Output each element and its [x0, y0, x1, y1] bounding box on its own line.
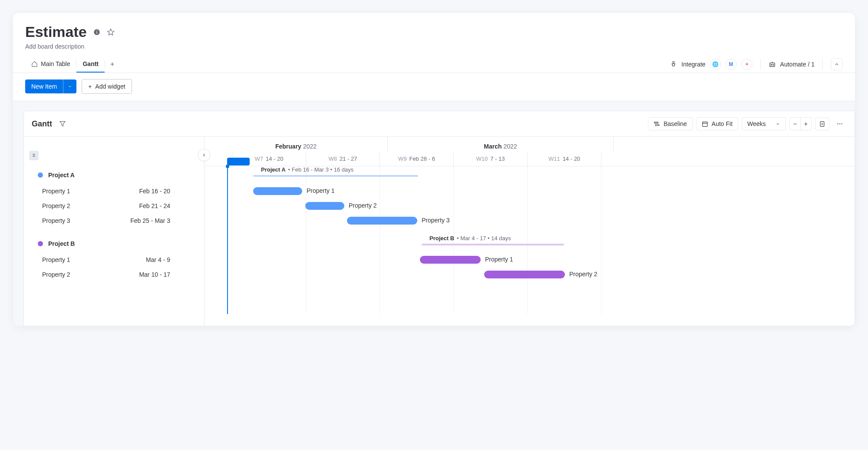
view-tabs-row: Main Table Gantt + Integrate 🌐 M ✦ [13, 56, 855, 73]
info-icon[interactable] [93, 28, 101, 36]
task-name: Property 3 [42, 217, 70, 224]
star-icon[interactable] [107, 28, 115, 36]
timeline-header: February2022March2022 W714 - 20W821 - 27… [205, 137, 855, 166]
today-marker [227, 166, 228, 314]
zoom-out-button[interactable]: − [789, 117, 800, 130]
add-widget-label: Add widget [95, 83, 125, 90]
task-bar[interactable] [347, 217, 417, 225]
baseline-button[interactable]: Baseline [648, 117, 693, 130]
tab-main-table-label: Main Table [41, 60, 70, 67]
collapse-all-button[interactable] [29, 151, 39, 160]
task-name: Property 1 [42, 188, 70, 195]
filter-icon[interactable] [59, 120, 66, 127]
tab-gantt-label: Gantt [83, 60, 99, 67]
svg-rect-1 [96, 31, 97, 33]
divider [822, 59, 823, 70]
gantt-toolbar: Gantt Baseline Auto Fit Weeks [24, 111, 855, 137]
group-color-dot [38, 172, 43, 178]
task-name: Property 2 [42, 202, 70, 209]
week-header: W821 - 27 [306, 152, 380, 166]
group-color-dot [38, 241, 43, 246]
gantt-card: Gantt Baseline Auto Fit Weeks [23, 111, 855, 326]
task-dates: Mar 10 - 17 [139, 271, 170, 278]
integration-app-icon-3: ✦ [741, 59, 752, 70]
svg-rect-8 [654, 122, 658, 123]
svg-rect-10 [703, 122, 707, 126]
task-name: Property 1 [42, 256, 70, 263]
task-bar[interactable] [484, 271, 565, 278]
group-header[interactable]: Project B [24, 235, 204, 252]
week-header: W9Feb 28 - 6 [380, 152, 454, 166]
chevron-down-icon [776, 122, 780, 126]
task-row[interactable]: Property 2Mar 10 - 17 [24, 267, 204, 282]
svg-rect-9 [656, 124, 660, 126]
week-header: W107 - 13 [454, 152, 528, 166]
zoom-in-button[interactable]: + [800, 117, 812, 130]
action-bar: New Item + Add widget [13, 73, 855, 101]
group-summary-label: Project B• Mar 4 - 17 • 14 days [429, 235, 511, 242]
svg-point-6 [772, 64, 773, 65]
task-row[interactable]: Property 3Feb 25 - Mar 3 [24, 213, 204, 228]
scale-label: Weeks [747, 120, 766, 127]
board-description[interactable]: Add board description [25, 43, 843, 50]
svg-marker-7 [60, 122, 65, 126]
divider [760, 59, 761, 70]
collapse-header-button[interactable] [831, 58, 843, 70]
task-row[interactable]: Property 1Mar 4 - 9 [24, 252, 204, 267]
tab-main-table[interactable]: Main Table [25, 56, 76, 73]
task-dates: Feb 25 - Mar 3 [130, 217, 170, 224]
integration-app-icon-1: 🌐 [710, 59, 721, 70]
task-bar[interactable] [420, 256, 481, 264]
task-bar[interactable] [253, 187, 302, 195]
group-header[interactable]: Project A [24, 166, 204, 184]
svg-rect-4 [769, 63, 774, 66]
group-summary-bar[interactable] [253, 175, 418, 177]
task-dates: Feb 16 - 20 [139, 188, 170, 195]
new-item-label: New Item [25, 79, 63, 93]
new-item-button[interactable]: New Item [25, 79, 76, 93]
task-row[interactable]: Property 1Feb 16 - 20 [24, 184, 204, 199]
svg-marker-3 [107, 29, 114, 35]
group-summary-label: Project A• Feb 16 - Mar 3 • 16 days [261, 166, 353, 173]
month-header: February2022 [205, 137, 388, 152]
svg-point-2 [96, 30, 97, 31]
more-menu-button[interactable] [833, 118, 847, 130]
task-bar-label: Property 2 [349, 202, 377, 209]
automate-button[interactable]: Automate / 1 [769, 61, 815, 68]
export-button[interactable] [815, 118, 829, 130]
svg-point-12 [837, 123, 838, 124]
task-bar[interactable] [305, 202, 344, 210]
add-widget-button[interactable]: + Add widget [82, 79, 132, 94]
autofit-button[interactable]: Auto Fit [696, 117, 738, 130]
task-dates: Mar 4 - 9 [146, 256, 170, 263]
plus-icon: + [88, 83, 92, 90]
integrate-label: Integrate [681, 61, 705, 68]
board-title: Estimate [25, 23, 87, 40]
tab-gantt[interactable]: Gantt [76, 56, 105, 73]
scroll-left-button[interactable] [198, 149, 210, 161]
gantt-left-pane: Project AProperty 1Feb 16 - 20Property 2… [24, 137, 205, 326]
task-bar-label: Property 3 [422, 217, 450, 224]
svg-point-14 [841, 123, 842, 124]
group-summary-bar[interactable] [422, 244, 564, 245]
autofit-label: Auto Fit [712, 120, 733, 127]
integrate-button[interactable]: Integrate 🌐 M ✦ [670, 59, 752, 70]
gantt-timeline-pane[interactable]: February2022March2022 W714 - 20W821 - 27… [205, 137, 855, 326]
integration-app-icon-gmail: M [726, 59, 737, 70]
task-dates: Feb 21 - 24 [139, 202, 170, 209]
task-name: Property 2 [42, 271, 70, 278]
task-row[interactable]: Property 2Feb 21 - 24 [24, 199, 204, 213]
week-header: W1114 - 20 [528, 152, 601, 166]
baseline-label: Baseline [663, 120, 687, 127]
scale-select[interactable]: Weeks [742, 117, 786, 130]
task-bar-label: Property 1 [485, 256, 513, 263]
task-bar-label: Property 1 [307, 187, 335, 194]
group-name: Project A [48, 172, 75, 179]
svg-point-5 [771, 64, 772, 65]
automate-label: Automate / 1 [780, 61, 815, 68]
group-name: Project B [48, 240, 75, 247]
content-area: Gantt Baseline Auto Fit Weeks [13, 101, 855, 326]
add-view-button[interactable]: + [105, 56, 116, 73]
new-item-dropdown[interactable] [63, 79, 76, 93]
task-bar-label: Property 2 [569, 271, 597, 278]
